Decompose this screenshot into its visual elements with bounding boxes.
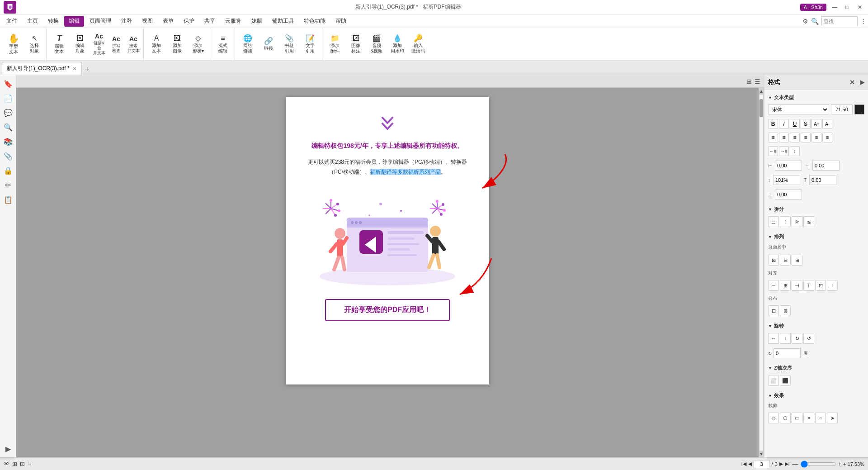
indent-right-input[interactable]	[812, 161, 840, 171]
crop-rect-button[interactable]: ▭	[792, 413, 802, 423]
col-3-button[interactable]: ⫸	[792, 216, 802, 227]
menu-form[interactable]: 表单	[158, 16, 178, 27]
menu-tools[interactable]: 辅助工具	[268, 16, 298, 27]
last-page-button[interactable]: ▶|	[785, 461, 790, 467]
hand-tool-button[interactable]: ✋ 手型文本	[4, 31, 24, 58]
menu-protect[interactable]: 保护	[179, 16, 199, 27]
edit-text-button[interactable]: T 编辑文本	[49, 31, 69, 58]
align-justify3-button[interactable]: ≡	[822, 133, 832, 142]
align-obj-right[interactable]: ⊣	[792, 280, 802, 291]
sidebar-expand-icon[interactable]: ▶	[1, 442, 15, 456]
bold-button[interactable]: B	[768, 119, 778, 129]
align-justify2-button[interactable]: ≡	[811, 133, 821, 142]
sidebar-layer-icon[interactable]: 📚	[1, 135, 15, 148]
view-icon[interactable]: 👁	[4, 461, 9, 467]
line-space-input[interactable]	[773, 175, 800, 185]
new-tab-button[interactable]: +	[82, 64, 93, 75]
align-left-button[interactable]: ≡	[768, 133, 778, 142]
spell-check-button[interactable]: Ac 拼写检查	[108, 31, 124, 58]
scroll-up-button[interactable]: ▲	[759, 89, 764, 94]
align-obj-left[interactable]: ⊢	[768, 280, 779, 291]
edit-object-button[interactable]: 🖼 编辑对象	[70, 31, 90, 58]
char-space-input[interactable]	[809, 175, 836, 185]
list-view-icon[interactable]: ☰	[755, 78, 760, 85]
sidebar-bookmark-icon[interactable]: 🔖	[1, 77, 15, 90]
menu-edit[interactable]: 编辑	[64, 16, 84, 27]
zoom-in-button[interactable]: +	[838, 461, 842, 467]
menu-share[interactable]: 共享	[200, 16, 220, 27]
center-v-button[interactable]: ⊟	[780, 255, 791, 266]
font-size-input[interactable]	[831, 104, 853, 114]
center-h-button[interactable]: ⊠	[768, 255, 779, 266]
align-obj-middle[interactable]: ⊡	[815, 280, 826, 291]
link-merge-button[interactable]: Ac 链接&合并文本	[91, 31, 107, 58]
link-button[interactable]: 🔗 链接	[259, 31, 278, 58]
subscript-button[interactable]: A-	[822, 119, 832, 129]
crop-diamond-button[interactable]: ⬡	[780, 413, 791, 423]
dist-h-button[interactable]: ⊟	[768, 305, 779, 316]
first-page-button[interactable]: |◀	[741, 461, 746, 467]
watermark-button[interactable]: 💧 添加用水印	[387, 31, 407, 58]
crop-circle-button[interactable]: ○	[815, 413, 826, 423]
superscript-button[interactable]: A+	[811, 119, 821, 129]
sidebar-comment-icon[interactable]: 💬	[1, 106, 15, 119]
z-front-button[interactable]: ⬜	[768, 375, 779, 386]
sidebar-attach-icon[interactable]: 📎	[1, 149, 15, 163]
canvas-scroll[interactable]: ▲ ▼ 编辑特权包198元/年，专享上述编辑器所有功能特权。	[16, 88, 764, 457]
zoom-out-button[interactable]: —	[793, 461, 798, 467]
maximize-button[interactable]: □	[843, 3, 852, 12]
sidebar-search-icon[interactable]: 🔍	[1, 120, 15, 134]
tab-pdf[interactable]: 新人引导(1)_OCR(3).pdf * ✕	[2, 62, 82, 75]
close-button[interactable]: ✕	[855, 3, 864, 12]
web-link-button[interactable]: 🌐 网络链接	[238, 31, 258, 58]
align-obj-center[interactable]: ⊞	[780, 280, 791, 291]
rotate-cw-button[interactable]: ↻	[792, 333, 802, 344]
select-object-button[interactable]: ↖ 选择对象	[24, 31, 44, 58]
add-text-button[interactable]: A 添加文本	[146, 31, 166, 58]
sidebar-clipboard-icon[interactable]: 📋	[1, 193, 15, 206]
menu-features[interactable]: 特色功能	[299, 16, 330, 27]
add-image-button[interactable]: 🖼 添加图像	[167, 31, 187, 58]
align-justify-button[interactable]: ≡	[801, 133, 811, 142]
indent-dec-button[interactable]: ←≡	[768, 146, 778, 156]
scroll-down-button[interactable]: ▼	[759, 451, 764, 456]
fit-page-icon[interactable]: ⊡	[20, 461, 25, 467]
grid-icon[interactable]: ⊞	[12, 461, 17, 467]
grid-view-icon[interactable]: ⊞	[746, 78, 752, 85]
crop-star-button[interactable]: ✦	[803, 413, 814, 423]
page-number-input[interactable]	[754, 460, 770, 468]
text-ref-button[interactable]: 📝 文字引用	[300, 31, 320, 58]
menu-file[interactable]: 文件	[2, 16, 22, 27]
search-icon[interactable]: 🔍	[811, 18, 819, 25]
minimize-button[interactable]: —	[830, 3, 839, 12]
media-button[interactable]: 🎬 音频&视频	[367, 31, 387, 58]
sidebar-lock-icon[interactable]: 🔒	[1, 164, 15, 177]
indent-inc-button[interactable]: →≡	[779, 146, 789, 156]
flip-v-button[interactable]: ↕	[780, 333, 791, 344]
crop-arrow-button[interactable]: ➤	[827, 413, 838, 423]
bookmark-button[interactable]: 📎 书签引用	[279, 31, 299, 58]
menu-plugin[interactable]: 妹腿	[247, 16, 267, 27]
italic-button[interactable]: I	[779, 119, 789, 129]
menu-page-manage[interactable]: 页面管理	[85, 16, 116, 27]
baseline-input[interactable]	[775, 190, 802, 199]
menu-comment[interactable]: 注释	[117, 16, 137, 27]
menu-view[interactable]: 视图	[137, 16, 157, 27]
align-obj-top[interactable]: ⊤	[803, 280, 814, 291]
start-button[interactable]: 开始享受您的PDF应用吧！	[325, 299, 450, 321]
add-shape-button[interactable]: ◇ 添加形状▾	[188, 31, 208, 58]
align-center-button[interactable]: ≡	[779, 133, 789, 142]
underline-button[interactable]: U	[790, 119, 800, 129]
flow-edit-button[interactable]: ≡ 流式编辑	[213, 31, 233, 58]
line-height-button[interactable]: ↕	[790, 146, 800, 156]
scroll-mode-icon[interactable]: ≡	[28, 461, 31, 467]
more-options-icon[interactable]: ⋮	[860, 18, 866, 24]
panel-close-button[interactable]: ✕	[849, 79, 855, 86]
menu-home[interactable]: 主页	[23, 16, 42, 27]
prev-page-button[interactable]: ◀	[748, 461, 752, 467]
toolbar-settings-icon[interactable]: ⚙	[802, 18, 808, 25]
menu-convert[interactable]: 转换	[43, 16, 63, 27]
crop-normal-button[interactable]: ◇	[768, 413, 779, 423]
search-input[interactable]	[821, 16, 858, 26]
next-page-button[interactable]: ▶	[779, 461, 783, 467]
